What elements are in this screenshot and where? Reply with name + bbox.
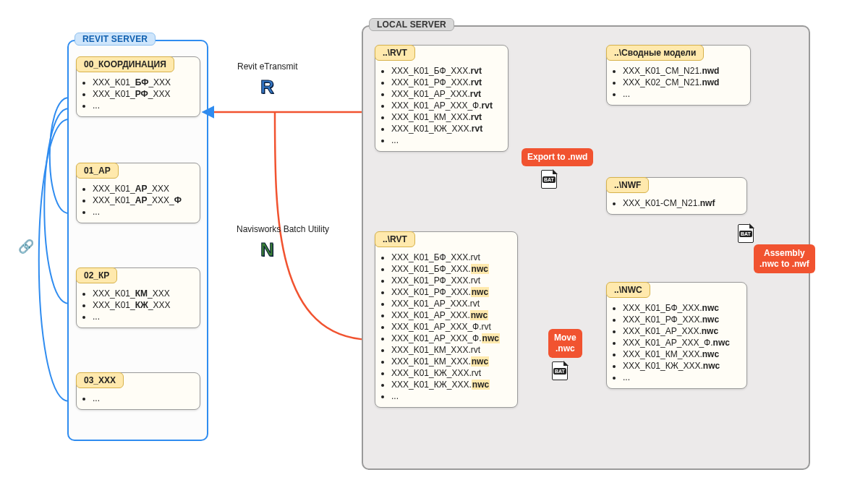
card-list: XXX_K01_CM_N21.nwdXXX_K02_CM_N21.nwd...: [623, 66, 743, 99]
card-title: ..\NWC: [606, 282, 650, 298]
list-item: XXX_K01_КЖ_XXX.rvt: [391, 124, 501, 134]
list-item: XXX_K01_БФ_XXX.rvt: [391, 66, 501, 76]
card-list: XXX_K01_БФ_XXX.rvtXXX_K01_РФ_XXX.rvtXXX_…: [391, 66, 501, 145]
list-item: XXX_K01_АР_XXX.nwc: [391, 310, 510, 320]
list-item: XXX_K01_КЖ_XXX: [93, 300, 192, 310]
list-item: ...: [93, 100, 192, 111]
card-title: 02_КР: [76, 267, 117, 283]
revit-icon: R: [260, 76, 274, 98]
list-item: ...: [93, 393, 192, 403]
badge-export-nwd: Export to .nwd: [522, 148, 593, 166]
list-item: XXX_K01_БФ_XXX.nwc: [391, 264, 510, 274]
list-item: XXX_K01_АР_XXX_Ф: [93, 195, 192, 205]
badge-assembly: Assembly.nwc to .nwf: [754, 244, 815, 273]
list-item: XXX_K01_КЖ_XXX.rvt: [391, 368, 510, 378]
list-item: XXX_K01_БФ_XXX: [93, 77, 192, 87]
card-title: ..\RVT: [375, 231, 415, 247]
card-title: ..\Сводные модели: [606, 45, 704, 61]
card-nwc: ..\NWC XXX_K01_БФ_XXX.nwcXXX_K01_РФ_XXX.…: [606, 282, 747, 389]
card-kr: 02_КР XXX_K01_КМ_XXXXXX_K01_КЖ_XXX...: [76, 267, 200, 328]
card-list: XXX_K01_БФ_XXX.nwcXXX_K01_РФ_XXX.nwcXXX_…: [623, 303, 739, 382]
list-item: XXX_K01_КМ_XXX.rvt: [391, 345, 510, 355]
card-title: ..\NWF: [606, 177, 649, 193]
card-rvt1: ..\RVT XXX_K01_БФ_XXX.rvtXXX_K01_РФ_XXX.…: [375, 45, 509, 152]
list-item: XXX_K01_РФ_XXX.rvt: [391, 275, 510, 286]
card-list: ...: [93, 393, 192, 403]
list-item: XXX_K02_CM_N21.nwd: [623, 77, 743, 87]
list-item: XXX_K01_КМ_XXX: [93, 288, 192, 299]
list-item: XXX_K01_КМ_XXX.nwc: [391, 356, 510, 367]
list-item: XXX_K01_АР_XXX_Ф.nwc: [623, 338, 739, 348]
card-nwf: ..\NWF XXX_K01-CM_N21.nwf: [606, 177, 747, 215]
list-item: XXX_K01_РФ_XXX: [93, 89, 192, 99]
list-item: XXX_K01_БФ_XXX.nwc: [623, 303, 739, 313]
navisworks-icon: N: [260, 239, 274, 261]
list-item: XXX_K01_АР_XXX_Ф.rvt: [391, 100, 501, 111]
list-item: XXX_K01_АР_XXX_Ф.nwc: [391, 333, 510, 343]
list-item: ...: [391, 391, 510, 401]
card-ar: 01_АР XXX_K01_АР_XXXXXX_K01_АР_XXX_Ф...: [76, 163, 200, 223]
list-item: ...: [623, 372, 739, 382]
bat-file-icon: BAT: [541, 170, 557, 189]
label-batch-utility: Navisworks Batch Utility: [237, 224, 329, 234]
link-chain-icon: 🔗: [18, 239, 34, 254]
card-rvt2: ..\RVT XXX_K01_БФ_XXX.rvtXXX_K01_БФ_XXX.…: [375, 231, 518, 408]
list-item: XXX_K01_АР_XXX_Ф.rvt: [391, 322, 510, 332]
card-coord: 00_КООРДИНАЦИЯ XXX_K01_БФ_XXXXXX_K01_РФ_…: [76, 56, 200, 117]
list-item: XXX_K01_КМ_XXX.rvt: [391, 112, 501, 122]
card-title: 01_АР: [76, 163, 119, 179]
list-item: XXX_K01_КМ_XXX.nwc: [623, 349, 739, 359]
group-label-revit: REVIT SERVER: [75, 33, 156, 46]
card-title: 03_XXX: [76, 372, 124, 388]
list-item: ...: [93, 207, 192, 217]
list-item: XXX_K01_КЖ_XXX.nwc: [623, 361, 739, 371]
list-item: ...: [391, 135, 501, 145]
badge-move-nwc: Move.nwc: [548, 329, 582, 358]
list-item: XXX_K01-CM_N21.nwf: [623, 198, 739, 208]
card-list: XXX_K01_КМ_XXXXXX_K01_КЖ_XXX...: [93, 288, 192, 322]
card-title: ..\RVT: [375, 45, 415, 61]
list-item: XXX_K01_РФ_XXX.nwc: [623, 314, 739, 325]
card-list: XXX_K01-CM_N21.nwf: [623, 198, 739, 208]
card-list: XXX_K01_БФ_XXX.rvtXXX_K01_БФ_XXX.nwcXXX_…: [391, 252, 510, 401]
label-etransmit: Revit eTransmit: [237, 61, 298, 72]
list-item: XXX_K01_АР_XXX.nwc: [623, 326, 739, 336]
bat-file-icon: BAT: [552, 361, 568, 380]
list-item: XXX_K01_БФ_XXX.rvt: [391, 252, 510, 262]
card-svod: ..\Сводные модели XXX_K01_CM_N21.nwdXXX_…: [606, 45, 751, 106]
list-item: XXX_K01_КЖ_XXX.nwc: [391, 380, 510, 390]
list-item: XXX_K01_CM_N21.nwd: [623, 66, 743, 76]
list-item: XXX_K01_АР_XXX.rvt: [391, 299, 510, 309]
list-item: XXX_K01_РФ_XXX.nwc: [391, 287, 510, 297]
list-item: XXX_K01_АР_XXX.rvt: [391, 89, 501, 99]
list-item: ...: [93, 312, 192, 322]
card-title: 00_КООРДИНАЦИЯ: [76, 56, 174, 72]
card-list: XXX_K01_АР_XXXXXX_K01_АР_XXX_Ф...: [93, 184, 192, 217]
list-item: ...: [623, 89, 743, 99]
list-item: XXX_K01_РФ_XXX.rvt: [391, 77, 501, 87]
group-label-local: LOCAL SERVER: [369, 18, 454, 31]
card-xxx: 03_XXX ...: [76, 372, 200, 410]
card-list: XXX_K01_БФ_XXXXXX_K01_РФ_XXX...: [93, 77, 192, 111]
list-item: XXX_K01_АР_XXX: [93, 184, 192, 194]
bat-file-icon: BAT: [738, 224, 754, 243]
